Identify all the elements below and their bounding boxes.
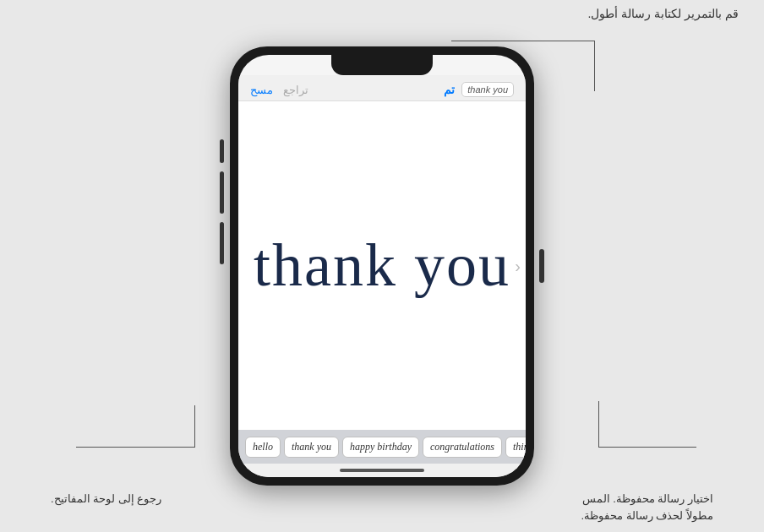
undo-button[interactable]: تراجع	[283, 84, 308, 96]
bottom-annotations: رجوع إلى لوحة المفاتيح. اختيار رسالة محف…	[0, 491, 764, 524]
volume-button-3	[220, 222, 224, 264]
bottom-right-text: رجوع إلى لوحة المفاتيح.	[51, 492, 161, 505]
clear-button[interactable]: مسح	[250, 84, 273, 96]
phone-screen: مسح تراجع تم thank you thank you › hello…	[238, 55, 526, 477]
toolbar: مسح تراجع تم thank you	[238, 75, 526, 101]
side-button-right	[539, 249, 544, 283]
preview-chip: thank you	[461, 82, 514, 97]
phone-frame: مسح تراجع تم thank you thank you › hello…	[230, 46, 534, 486]
chevron-right-icon[interactable]: ›	[515, 256, 521, 275]
suggestion-happy-birthday[interactable]: happy birthday	[342, 437, 419, 458]
annotation-line-top-h	[451, 41, 595, 41]
home-bar	[238, 464, 526, 477]
toolbar-right-buttons: تم thank you	[444, 82, 514, 97]
bottom-left-text-1: اختيار رسالة محفوظة. المس	[582, 492, 713, 505]
home-indicator	[340, 469, 424, 472]
bottom-left-text-2: مطولاً لحذف رسالة محفوظة.	[581, 509, 713, 522]
suggestion-thinking-of-you[interactable]: thinking of you	[505, 437, 526, 458]
top-annotation-text: قم بالتمرير لكتابة رسالة أطول.	[588, 7, 739, 20]
top-annotation: قم بالتمرير لكتابة رسالة أطول.	[588, 7, 739, 20]
annotation-line-bottom-left-h	[76, 447, 194, 448]
toolbar-left-buttons: مسح تراجع	[250, 84, 308, 96]
done-button[interactable]: تم	[444, 83, 455, 96]
suggestions-bar: hello thank you happy birthday congratul…	[238, 430, 526, 464]
volume-button-1	[220, 139, 224, 163]
outer-container: قم بالتمرير لكتابة رسالة أطول. مسح تراجع…	[0, 0, 764, 532]
suggestion-hello[interactable]: hello	[245, 437, 281, 458]
annotation-line-bottom-left	[194, 405, 195, 448]
annotation-line-bottom-right	[598, 401, 599, 448]
bottom-left-annotation: اختيار رسالة محفوظة. المس مطولاً لحذف رس…	[581, 491, 713, 524]
annotation-line-bottom-right-h	[599, 447, 696, 448]
canvas-area[interactable]: thank you ›	[238, 101, 526, 430]
suggestion-congratulations[interactable]: congratulations	[423, 437, 502, 458]
handwriting-display: thank you	[254, 231, 510, 301]
volume-button-2	[220, 171, 224, 214]
annotation-line-top	[594, 41, 595, 91]
bottom-right-annotation: رجوع إلى لوحة المفاتيح.	[51, 491, 161, 524]
suggestion-thank-you[interactable]: thank you	[284, 437, 339, 458]
notch	[331, 55, 433, 75]
